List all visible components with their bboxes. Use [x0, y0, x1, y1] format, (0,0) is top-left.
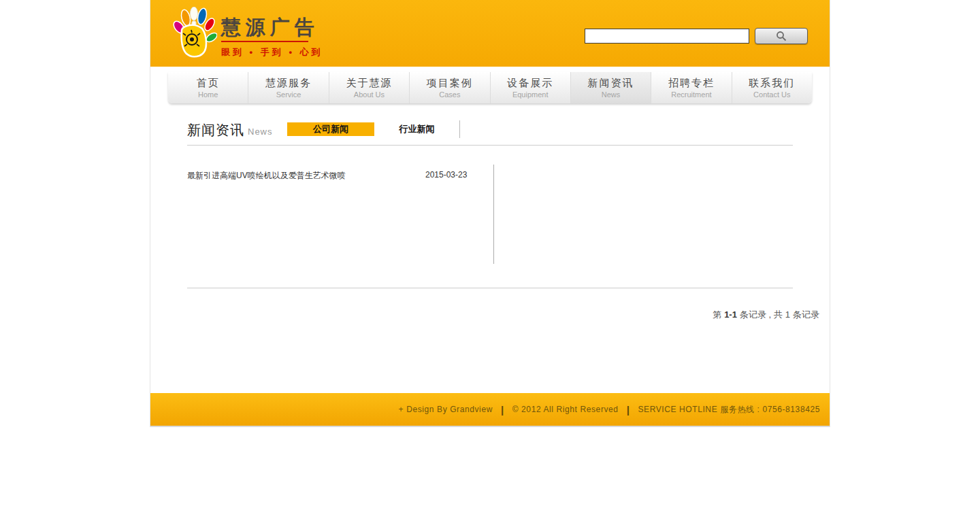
search-bar [585, 28, 808, 44]
nav-label-en: Cases [410, 90, 489, 99]
nav-label-zh: 新闻资讯 [571, 77, 651, 90]
pagination: 第1-1条记录 , 共1条记录 [150, 309, 821, 321]
nav-label-zh: 慧源服务 [248, 77, 328, 90]
site-footer: + Design By Grandview | © 2012 All Right… [150, 393, 830, 426]
nav-item-about[interactable]: 关于慧源 About Us [329, 72, 410, 103]
site-wrapper: 慧源广告 眼到 • 手到 • 心到 首页 Home [150, 0, 830, 427]
page-title-en: News [248, 126, 273, 137]
search-icon [776, 31, 787, 41]
search-input[interactable] [585, 29, 749, 44]
nav-label-en: Home [168, 90, 248, 99]
site-header: 慧源广告 眼到 • 手到 • 心到 [150, 0, 830, 67]
nav-label-en: Equipment [491, 90, 570, 99]
bottom-divider [150, 426, 830, 427]
pagination-total: 1 [785, 309, 790, 320]
footer-hotline: SERVICE HOTLINE 服务热线 : 0756-8138425 [638, 404, 820, 416]
news-item-date: 2015-03-23 [425, 170, 467, 182]
nav-label-zh: 招聘专栏 [651, 77, 731, 90]
rule-bottom [187, 288, 793, 288]
pagination-suffix: 条记录 [793, 309, 819, 320]
search-button[interactable] [755, 28, 808, 44]
pagination-range: 1-1 [724, 309, 737, 320]
news-list: 最新引进高端UV喷绘机以及爱普生艺术微喷 2015-03-23 [187, 146, 793, 288]
tab-industry-news[interactable]: 行业新闻 [374, 122, 459, 136]
news-section-head: 新闻资讯News 公司新闻 行业新闻 [187, 121, 793, 137]
nav-label-en: Recruitment [651, 90, 731, 99]
page: 慧源广告 眼到 • 手到 • 心到 首页 Home [0, 0, 980, 508]
pagination-prefix: 第 [713, 309, 721, 320]
brand-underline [221, 41, 308, 42]
nav-label-en: About Us [329, 90, 409, 99]
brand-text: 慧源广告 眼到 • 手到 • 心到 [221, 7, 323, 58]
logo-hand-icon [171, 7, 217, 61]
brand-name: 慧源广告 [221, 16, 323, 38]
nav-label-en: Service [248, 90, 328, 99]
nav-item-news[interactable]: 新闻资讯 News [571, 72, 651, 103]
nav-label-en: News [571, 90, 651, 99]
nav-label-en: Contact Us [732, 90, 812, 99]
page-title-zh: 新闻资讯 [187, 122, 244, 137]
nav-label-zh: 联系我们 [732, 77, 812, 90]
nav-label-zh: 项目案例 [410, 77, 489, 90]
nav-item-equipment[interactable]: 设备展示 Equipment [491, 72, 571, 103]
nav-label-zh: 首页 [168, 77, 248, 90]
tab-company-news[interactable]: 公司新闻 [287, 122, 374, 136]
main-content: 新闻资讯News 公司新闻 行业新闻 最新引进高端UV喷绘机以及爱普生艺术微喷 … [150, 121, 830, 365]
main-nav: 首页 Home 慧源服务 Service 关于慧源 About Us 项目案例 … [168, 72, 812, 103]
tab-divider [459, 120, 460, 138]
nav-label-zh: 关于慧源 [329, 77, 409, 90]
nav-item-home[interactable]: 首页 Home [168, 72, 248, 103]
footer-design-credit: + Design By Grandview [399, 405, 493, 414]
footer-separator: | [627, 404, 630, 416]
nav-item-contact[interactable]: 联系我们 Contact Us [732, 72, 812, 103]
news-list-divider [493, 165, 494, 264]
nav-item-service[interactable]: 慧源服务 Service [248, 72, 329, 103]
page-title: 新闻资讯News [187, 121, 273, 139]
brand: 慧源广告 眼到 • 手到 • 心到 [171, 7, 323, 61]
footer-separator: | [501, 404, 504, 416]
nav-label-zh: 设备展示 [491, 77, 570, 90]
footer-copyright: © 2012 All Right Reserved [512, 405, 619, 414]
brand-slogan: 眼到 • 手到 • 心到 [221, 46, 323, 58]
nav-item-cases[interactable]: 项目案例 Cases [410, 72, 490, 103]
pagination-middle: 条记录 , 共 [740, 309, 783, 320]
news-row: 最新引进高端UV喷绘机以及爱普生艺术微喷 2015-03-23 [187, 146, 793, 182]
news-item-title[interactable]: 最新引进高端UV喷绘机以及爱普生艺术微喷 [187, 170, 425, 182]
nav-item-recruitment[interactable]: 招聘专栏 Recruitment [651, 72, 732, 103]
